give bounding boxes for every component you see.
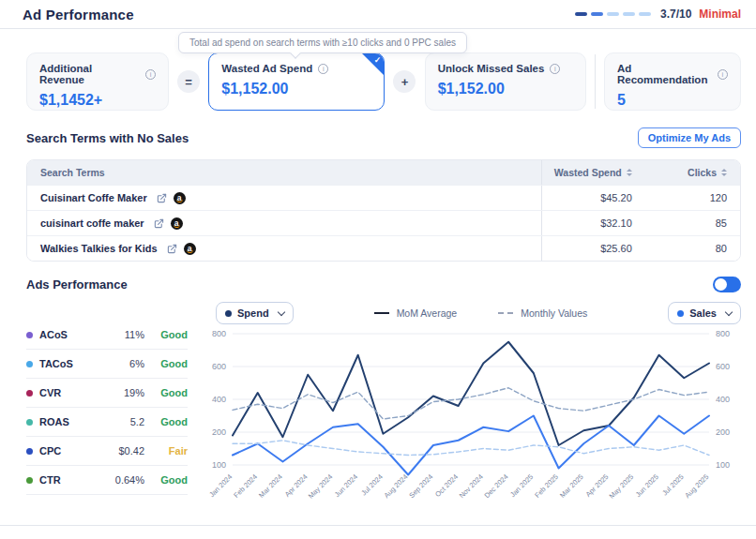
table-row: Cuisinart Coffe Maker a $45.20 120 [27,185,740,210]
chart-legend: MoM Average Monthly Values [374,307,588,319]
svg-text:100: 100 [212,460,226,470]
metric-row: CTR 0.64% Good [26,466,188,495]
page-title: Ad Performance [23,7,134,22]
ads-performance-toggle[interactable] [713,277,741,292]
spend-dot-icon [225,310,232,317]
score-status-label: Minimal [699,7,741,21]
metric-dot [26,361,33,367]
svg-text:200: 200 [716,427,730,437]
metric-dot [26,332,33,338]
chart-area: Spend MoM Average Monthly Values Sales [203,300,741,531]
card-additional-revenue[interactable]: Additional Revenue i $1,1452+ [26,52,169,111]
metric-row: TACoS 6% Good [26,350,188,379]
card-label: Unlock Missed Sales [438,63,545,74]
info-icon[interactable]: i [718,69,728,80]
metric-status: Good [144,329,188,340]
external-link-icon[interactable] [167,244,177,254]
chevron-down-icon [277,307,284,315]
metrics-panel: ACoS 11% Good TACoS 6% Good CVR 19% Good… [26,321,188,531]
svg-text:Oct 2024: Oct 2024 [433,472,460,499]
optimize-my-ads-button[interactable]: Optimize My Ads [638,127,741,148]
external-link-icon[interactable] [157,193,167,203]
card-label: Wasted Ad Spend [221,63,312,74]
amazon-icon: a [184,243,196,255]
sort-icon[interactable] [627,169,632,176]
amazon-icon: a [171,217,183,230]
svg-text:200: 200 [212,427,226,437]
metric-status: Good [144,474,188,486]
table-row: Walkies Talkies for Kids a $25.60 80 [27,235,740,261]
svg-text:Jan 2024: Jan 2024 [207,472,234,499]
score-indicator: 3.7/10 Minimal [571,7,741,21]
svg-text:May 2024: May 2024 [307,472,335,501]
svg-text:400: 400 [716,395,730,404]
spend-metric-select[interactable]: Spend [216,302,294,324]
search-term-text: Cuisinart Coffe Maker [40,192,147,203]
card-ad-recommendation[interactable]: Ad Recommendation i 5 [604,52,741,111]
wasted-spend-cell: $25.60 [542,243,642,254]
score-dash [623,12,635,16]
score-value: 3.7/10 [660,7,691,21]
score-dash [575,12,587,16]
search-terms-title: Search Terms with No Sales [26,131,189,145]
clicks-cell: 80 [642,243,740,254]
ads-performance-head: Ads Performance [26,277,741,292]
card-value: $1,1452+ [39,92,156,109]
chart-controls: Spend MoM Average Monthly Values Sales [203,302,741,324]
score-dash [607,12,619,16]
svg-text:Jul 2024: Jul 2024 [359,472,384,497]
sort-icon[interactable] [721,169,727,176]
score-dash [591,12,603,16]
card-value: $1,152.00 [438,81,573,97]
metric-status: Fair [144,445,188,457]
search-term-text: cuisinart coffe maker [40,217,144,229]
info-icon[interactable]: i [145,69,156,80]
card-wasted-ad-spend[interactable]: ✓ Wasted Ad Spend i $1,152.00 [208,52,385,111]
wasted-spend-cell: $32.10 [542,217,642,229]
dashed-line-swatch-icon [498,312,513,314]
sales-metric-select[interactable]: Sales [668,302,741,324]
legend-mom-average: MoM Average [374,307,458,319]
metric-status: Good [144,416,188,427]
column-header-wasted-spend[interactable]: Wasted Spend [542,167,642,178]
table-row: cuisinart coffe maker a $32.10 85 [27,210,740,235]
column-header-clicks[interactable]: Clicks [642,167,740,178]
tooltip: Total ad spend on search terms with ≥10 … [178,32,467,53]
svg-text:800: 800 [716,329,730,338]
ad-performance-page: Ad Performance 3.7/10 Minimal Total ad s… [0,0,756,539]
svg-text:Dec 2024: Dec 2024 [482,472,509,500]
score-dash [639,12,651,16]
legend-monthly-values: Monthly Values [498,307,587,319]
header: Ad Performance 3.7/10 Minimal [0,0,756,29]
svg-text:Jun 2024: Jun 2024 [333,472,359,499]
metric-dot [26,448,33,455]
svg-text:Jun 2025: Jun 2025 [634,472,660,499]
svg-text:600: 600 [716,362,730,371]
metric-dot [26,419,33,426]
ads-performance-body: ACoS 11% Good TACoS 6% Good CVR 19% Good… [26,300,741,531]
search-term-text: Walkies Talkies for Kids [40,243,158,254]
summary-cards-row: Additional Revenue i $1,1452+ = ✓ Wasted… [26,52,741,111]
bottom-divider [0,525,756,526]
clicks-cell: 85 [642,217,740,229]
tooltip-text: Total ad spend on search terms with ≥10 … [189,37,456,48]
sales-dot-icon [677,310,684,317]
column-header-search-terms: Search Terms [27,160,541,185]
card-unlock-missed-sales[interactable]: Unlock Missed Sales i $1,152.00 [425,52,586,111]
svg-text:Apr 2025: Apr 2025 [584,472,611,499]
info-icon[interactable]: i [550,64,560,74]
check-icon: ✓ [374,55,382,65]
svg-text:Jul 2025: Jul 2025 [660,472,685,497]
svg-text:Sep 2024: Sep 2024 [407,472,434,500]
metric-dot [26,477,33,484]
external-link-icon[interactable] [154,218,164,229]
metric-status: Good [144,358,188,369]
cards-divider [595,54,596,109]
svg-text:Apr 2024: Apr 2024 [283,472,310,499]
toggle-knob [715,278,727,291]
performance-line-chart: 100100200200400400600600800800Jan 2024Fe… [203,328,741,531]
metric-row: CPC $0.42 Fair [26,437,188,466]
info-icon[interactable]: i [318,64,328,74]
svg-text:Feb 2025: Feb 2025 [533,472,560,500]
amazon-icon: a [174,192,186,204]
